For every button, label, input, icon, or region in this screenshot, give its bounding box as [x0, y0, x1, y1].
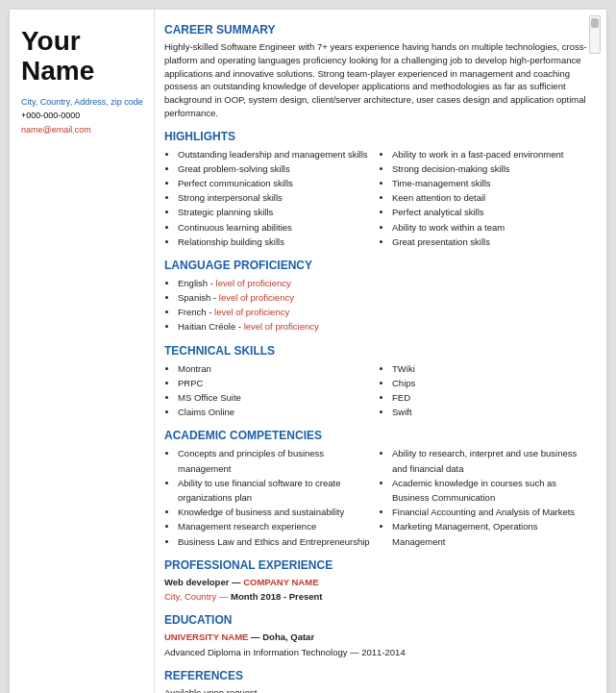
scroll-indicator[interactable] [589, 15, 601, 54]
prof-role: Web developer — [164, 577, 243, 587]
list-item: Strong decision-making skills [392, 161, 593, 176]
professional-location: City, Country — Month 2018 - Present [164, 590, 593, 604]
lang-level: level of proficiency [216, 278, 291, 288]
list-item: French - level of proficiency [178, 305, 593, 319]
phone: +000-000-0000 [21, 111, 144, 120]
lang-level: level of proficiency [219, 292, 294, 303]
list-item: FED [392, 390, 593, 405]
list-item: Ability to work within a team [392, 220, 593, 235]
list-item: Knowledge of business and sustainability [178, 505, 379, 519]
technical-list: Montran PRPC MS Office Suite Claims Onli… [164, 361, 593, 420]
professional-role: Web developer — COMPANY NAME [164, 576, 593, 589]
list-item: Ability to work in a fast-paced environm… [392, 147, 593, 161]
list-item: Time-management skills [392, 176, 593, 190]
list-item: Relationship building skills [178, 235, 379, 249]
list-item: Montran [178, 361, 379, 376]
name-heading: Your Name [21, 27, 144, 87]
list-item: MS Office Suite [178, 390, 379, 405]
list-item: Marketing Management, Operations Managem… [392, 519, 593, 548]
list-item: Great presentation skills [392, 235, 593, 249]
list-item: Management research experience [178, 519, 379, 533]
education-uni: UNIVERSITY NAME — Doha, Qatar [164, 631, 593, 644]
highlights-title: HIGHLIGHTS [164, 130, 593, 143]
list-item: Haitian Créole - level of proficiency [178, 319, 593, 334]
references-title: REFERENCES [164, 669, 593, 682]
academic-col1: Concepts and principles of business mana… [164, 446, 379, 548]
tech-col2: TWiki Chips FED Swift [379, 361, 593, 420]
list-item: Outstanding leadership and management sk… [178, 147, 379, 161]
highlights-col2: Ability to work in a fast-paced environm… [379, 147, 593, 249]
edu-location: — Doha, Qatar [248, 631, 314, 642]
list-item: Swift [392, 405, 593, 419]
technical-title: TECHNICAL SKILLS [164, 344, 593, 358]
list-item: Concepts and principles of business mana… [178, 446, 379, 475]
prof-dates: Month 2018 - Present [231, 591, 323, 602]
email: name@email.com [21, 125, 144, 135]
list-item: English - level of proficiency [178, 276, 593, 290]
prof-location: City, Country — [164, 591, 231, 602]
language-list: English - level of proficiency Spanish -… [164, 276, 593, 334]
edu-uni-name: UNIVERSITY NAME [164, 631, 248, 642]
list-item: Perfect communication skills [178, 176, 379, 190]
resume-page: Your Name City, Country, Address, zip co… [10, 10, 606, 693]
list-item: Academic knowledge in courses such as Bu… [392, 476, 593, 505]
lang-level: level of proficiency [244, 321, 319, 332]
list-item: Perfect analytical skills [392, 205, 593, 219]
highlights-list: Outstanding leadership and management sk… [164, 147, 593, 249]
prof-company: COMPANY NAME [243, 577, 318, 587]
education-degree: Advanced Diploma in Information Technolo… [164, 646, 593, 659]
academic-col2: Ability to research, interpret and use b… [379, 446, 593, 548]
academic-title: ACADEMIC COMPETENCIES [164, 429, 593, 442]
list-item: PRPC [178, 376, 379, 390]
list-item: Great problem-solving skills [178, 161, 379, 176]
list-item: Ability to use financial software to cre… [178, 476, 379, 505]
address: City, Country, Address, zip code [21, 96, 144, 109]
list-item: Strategic planning skills [178, 205, 379, 219]
list-item: Strong interpersonal skills [178, 190, 379, 205]
tech-col1: Montran PRPC MS Office Suite Claims Onli… [164, 361, 379, 420]
list-item: Continuous learning abilities [178, 220, 379, 235]
education-title: EDUCATION [164, 613, 593, 627]
academic-list: Concepts and principles of business mana… [164, 446, 593, 548]
list-item: TWiki [392, 361, 593, 376]
language-title: LANGUAGE PROFICIENCY [164, 259, 593, 272]
career-summary-title: CAREER SUMMARY [164, 23, 593, 37]
list-item: Claims Online [178, 405, 379, 419]
career-summary-body: Highly-skilled Software Engineer with 7+… [164, 40, 593, 120]
scroll-thumb [591, 18, 599, 28]
list-item: Chips [392, 376, 593, 390]
list-item: Financial Accounting and Analysis of Mar… [392, 505, 593, 519]
list-item: Spanish - level of proficiency [178, 290, 593, 305]
professional-title: PROFESSIONAL EXPERIENCE [164, 558, 593, 572]
main-content: CAREER SUMMARY Highly-skilled Software E… [154, 10, 606, 693]
list-item: Ability to research, interpret and use b… [392, 446, 593, 475]
sidebar: Your Name City, Country, Address, zip co… [10, 10, 154, 693]
list-item: Keen attention to detail [392, 190, 593, 205]
lang-level: level of proficiency [214, 307, 289, 317]
list-item: Business Law and Ethics and Entrepreneur… [178, 534, 379, 549]
references-body: Available upon request [164, 686, 593, 693]
highlights-col1: Outstanding leadership and management sk… [164, 147, 379, 249]
